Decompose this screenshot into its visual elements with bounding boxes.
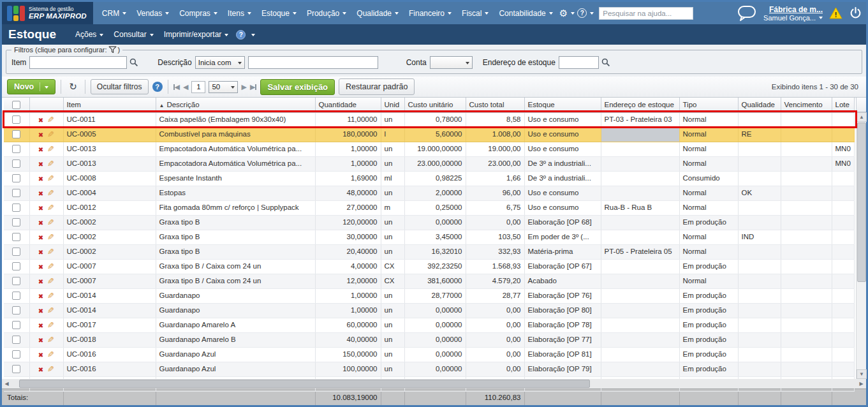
table-row[interactable]: ✖✎UC-0007Graxa tipo B / Caixa com 24 un1… (4, 274, 854, 288)
item-search-icon[interactable] (129, 58, 138, 67)
row-checkbox[interactable] (12, 248, 20, 256)
edit-pencil-icon[interactable]: ✎ (47, 304, 54, 317)
column-header-endereco[interactable]: Endereço de estoque (601, 98, 679, 112)
scroll-right-button[interactable]: ▶ (857, 379, 866, 389)
edit-pencil-icon[interactable]: ✎ (47, 333, 54, 346)
table-row[interactable]: ✖✎UC-0017Guardanapo Amarelo A60,00000un0… (4, 318, 854, 332)
column-header-quantidade[interactable]: Quantidade (315, 98, 381, 112)
edit-pencil-icon[interactable]: ✎ (47, 245, 54, 258)
delete-icon[interactable]: ✖ (38, 219, 43, 226)
first-page-button[interactable]: ◀ (173, 83, 180, 91)
edit-pencil-icon[interactable]: ✎ (47, 289, 54, 302)
row-checkbox[interactable] (12, 204, 20, 212)
row-checkbox[interactable] (12, 233, 20, 241)
vertical-scroll-thumb[interactable] (857, 122, 866, 282)
menu-financeiro[interactable]: Financeiro (404, 9, 457, 18)
delete-icon[interactable]: ✖ (38, 117, 43, 124)
menu-contabilidade[interactable]: Contabilidade (494, 9, 557, 18)
company-link[interactable]: Fábrica de m... (769, 5, 823, 14)
chevron-down-icon[interactable] (251, 34, 255, 38)
save-view-button[interactable]: Salvar exibição (260, 79, 335, 95)
delete-icon[interactable]: ✖ (38, 175, 43, 182)
toolbar-help-icon[interactable]: ? (152, 82, 163, 92)
column-header-lote[interactable]: Lote (832, 98, 854, 112)
column-header-descricao[interactable]: ▲Descrição (156, 98, 315, 112)
last-page-button[interactable]: ▶ (250, 83, 256, 91)
chat-bubble-icon[interactable] (737, 5, 757, 22)
table-row[interactable]: ✖✎UC-0013Empacotadora Automática Volumét… (4, 142, 854, 156)
column-header-qualidade[interactable]: Qualidade (738, 98, 781, 112)
delete-icon[interactable]: ✖ (38, 278, 43, 285)
warning-icon[interactable]: ! (829, 7, 842, 19)
delete-icon[interactable]: ✖ (38, 161, 43, 168)
new-button[interactable]: Novo (7, 79, 55, 94)
edit-pencil-icon[interactable]: ✎ (47, 216, 54, 229)
delete-icon[interactable]: ✖ (38, 366, 43, 373)
row-checkbox[interactable] (12, 174, 20, 182)
row-checkbox[interactable] (12, 292, 20, 300)
table-row[interactable]: ✖✎UC-0002Graxa tipo B120,00000un0,000000… (4, 215, 854, 230)
table-row[interactable]: ✖✎UC-0014Guardanapo1,00000un28,7700028,7… (4, 288, 854, 303)
app-logo[interactable]: Sistema de gestão ERP MAXIPROD (2, 2, 93, 24)
row-checkbox[interactable] (12, 145, 20, 153)
menu-crm[interactable]: CRM (97, 9, 131, 18)
row-checkbox[interactable] (12, 189, 20, 197)
edit-pencil-icon[interactable]: ✎ (47, 260, 54, 273)
delete-icon[interactable]: ✖ (38, 263, 43, 270)
delete-icon[interactable]: ✖ (38, 234, 43, 241)
menu-acoes[interactable]: Ações (70, 30, 108, 39)
delete-icon[interactable]: ✖ (38, 293, 43, 300)
restore-default-button[interactable]: Restaurar padrão (339, 78, 415, 95)
edit-pencil-icon[interactable]: ✎ (47, 362, 54, 376)
horizontal-scroll-thumb[interactable] (19, 380, 590, 388)
row-checkbox[interactable] (12, 306, 20, 314)
column-header-vencimento[interactable]: Vencimento (781, 98, 832, 112)
table-row[interactable]: ✖✎UC-0005Combustível para máquinas180,00… (4, 127, 854, 142)
row-checkbox[interactable] (12, 365, 20, 373)
edit-pencil-icon[interactable]: ✎ (47, 230, 54, 244)
select-all-checkbox[interactable] (12, 101, 20, 109)
settings-gear-icon[interactable]: ⚙ (559, 8, 575, 18)
prev-page-button[interactable]: ◀ (183, 83, 188, 91)
edit-pencil-icon[interactable]: ✎ (47, 172, 54, 185)
refresh-button[interactable]: ↻ (66, 81, 80, 93)
next-page-button[interactable]: ▶ (241, 83, 246, 91)
menu-qualidade[interactable]: Qualidade (351, 9, 404, 18)
menu-compras[interactable]: Compras (174, 9, 223, 18)
filters-legend[interactable]: Filtros (clique para configurar: ) (11, 46, 122, 54)
delete-icon[interactable]: ✖ (38, 190, 43, 197)
delete-icon[interactable]: ✖ (38, 146, 43, 153)
menu-fiscal[interactable]: Fiscal (457, 9, 494, 18)
delete-icon[interactable]: ✖ (38, 249, 43, 256)
column-header-unid[interactable]: Unid (381, 98, 404, 112)
menu-itens[interactable]: Itens (223, 9, 256, 18)
page-number-input[interactable]: 1 (191, 81, 205, 93)
menu-vendas[interactable]: Vendas (131, 9, 174, 18)
column-header-custo_unitario[interactable]: Custo unitário (404, 98, 466, 112)
menu-consultar[interactable]: Consultar (108, 30, 158, 39)
row-checkbox[interactable] (12, 130, 20, 138)
row-checkbox[interactable] (12, 115, 20, 124)
row-checkbox[interactable] (12, 350, 20, 359)
scroll-down-button[interactable]: ▼ (857, 369, 867, 379)
row-checkbox[interactable] (12, 336, 20, 344)
table-row[interactable]: ✖✎UC-0014Guardanapo1,00000un0,000000,00E… (4, 303, 854, 318)
vertical-scrollbar[interactable]: ▲ ▼ (856, 112, 866, 379)
row-checkbox[interactable] (12, 159, 20, 168)
help-icon[interactable]: ? (577, 8, 594, 18)
edit-pencil-icon[interactable]: ✎ (47, 128, 54, 141)
table-row[interactable]: ✖✎UC-0018Guardanapo Amarelo B40,00000un0… (4, 332, 854, 347)
scroll-up-button[interactable]: ▲ (857, 112, 867, 122)
edit-pencil-icon[interactable]: ✎ (47, 201, 54, 214)
table-row[interactable]: ✖✎UC-0016Guardanapo Azul150,00000un0,000… (4, 347, 854, 362)
table-row[interactable]: ✖✎UC-0002Graxa tipo B30,00000un3,4500010… (4, 230, 854, 244)
edit-pencil-icon[interactable]: ✎ (47, 142, 54, 156)
power-icon[interactable] (849, 6, 862, 20)
delete-icon[interactable]: ✖ (38, 322, 43, 329)
table-row[interactable]: ✖✎UC-0008Espesante Instanth1,69000ml0,98… (4, 171, 854, 186)
scroll-left-button[interactable]: ◀ (2, 379, 11, 389)
row-checkbox[interactable] (12, 262, 20, 270)
horizontal-scroll-track[interactable] (11, 379, 857, 389)
column-header-item[interactable]: Item (63, 98, 156, 112)
descricao-filter-input[interactable] (248, 56, 378, 69)
